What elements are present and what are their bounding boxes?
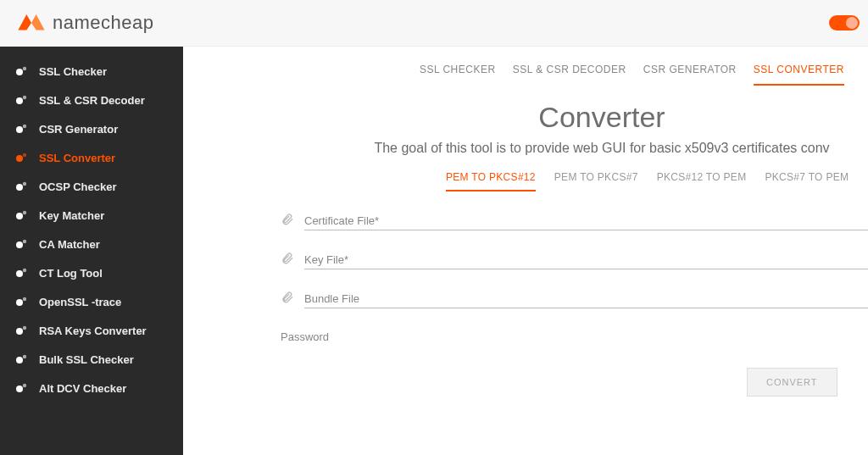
sidebar-item-label: CA Matcher [39, 238, 100, 251]
sidebar-nav: SSL Checker SSL & CSR Decoder CSR Genera… [0, 47, 183, 455]
nav-dot-icon [15, 122, 29, 136]
paperclip-icon[interactable] [281, 251, 294, 266]
nav-dot-icon [15, 180, 29, 193]
svg-point-23 [23, 384, 26, 387]
svg-point-15 [23, 269, 26, 272]
svg-point-6 [16, 155, 23, 162]
svg-point-14 [16, 270, 23, 277]
certificate-file-input[interactable]: Certificate File* [304, 214, 868, 230]
brand-name: namecheap [53, 12, 153, 34]
sidebar-item-label: Key Matcher [39, 209, 104, 222]
key-file-input[interactable]: Key File* [304, 253, 868, 269]
sidebar-item-ssl-converter[interactable]: SSL Converter [0, 143, 183, 172]
brand-logo[interactable]: namecheap [17, 12, 153, 34]
svg-point-11 [23, 211, 26, 214]
key-file-label: Key File* [304, 253, 868, 266]
svg-point-4 [16, 126, 23, 133]
paperclip-icon[interactable] [281, 212, 294, 227]
nav-dot-icon [15, 151, 29, 164]
svg-point-21 [23, 355, 26, 358]
theme-toggle[interactable] [829, 15, 860, 31]
sidebar-item-label: RSA Keys Converter [39, 325, 147, 337]
sidebar-item-label: SSL Converter [39, 152, 115, 164]
sidebar-item-alt-dcv-checker[interactable]: Alt DCV Checker [0, 374, 183, 402]
svg-point-9 [23, 182, 26, 186]
sidebar-item-label: SSL & CSR Decoder [39, 94, 145, 107]
topnav-ssl-converter[interactable]: SSL CONVERTER [754, 64, 844, 86]
nav-dot-icon [15, 352, 29, 366]
paperclip-icon[interactable] [281, 290, 294, 305]
nav-dot-icon [15, 237, 29, 251]
sidebar-item-ssl-csr-decoder[interactable]: SSL & CSR Decoder [0, 86, 183, 114]
sidebar-item-ca-matcher[interactable]: CA Matcher [0, 230, 183, 258]
topnav-csr-generator[interactable]: CSR GENERATOR [643, 64, 737, 86]
svg-point-16 [16, 299, 23, 306]
tab-pem-to-pkcs12[interactable]: PEM TO PKCS#12 [446, 171, 536, 191]
tab-pem-to-pkcs7[interactable]: PEM TO PKCS#7 [554, 171, 638, 191]
sidebar-item-label: Bulk SSL Checker [39, 353, 134, 366]
nav-dot-icon [15, 64, 29, 78]
sidebar-item-key-matcher[interactable]: Key Matcher [0, 201, 183, 230]
top-nav: SSL CHECKER SSL & CSR DECODER CSR GENERA… [183, 64, 868, 86]
bundle-file-label: Bundle File [304, 292, 868, 305]
certificate-file-row: Certificate File* [281, 212, 868, 230]
svg-point-2 [16, 97, 23, 104]
nav-dot-icon [15, 381, 29, 395]
svg-point-22 [16, 386, 23, 392]
svg-point-18 [16, 328, 23, 335]
nav-dot-icon [15, 295, 29, 308]
namecheap-logo-icon [17, 12, 46, 34]
page-subtitle: The goal of this tool is to provide web … [336, 141, 868, 156]
converter-form: Certificate File* Key File* Bundle File [183, 212, 868, 397]
sidebar-item-label: CT Log Tool [39, 267, 103, 280]
password-label[interactable]: Password [281, 330, 329, 343]
sidebar-item-ocsp-checker[interactable]: OCSP Checker [0, 172, 183, 201]
svg-point-13 [23, 240, 26, 243]
svg-point-17 [23, 297, 26, 301]
page-title: Converter [336, 101, 868, 134]
svg-point-5 [23, 125, 26, 128]
sidebar-item-ssl-checker[interactable]: SSL Checker [0, 57, 183, 86]
svg-point-20 [16, 357, 23, 363]
sidebar-item-label: OpenSSL -trace [39, 296, 121, 308]
sidebar-item-label: OCSP Checker [39, 180, 117, 193]
sidebar-item-openssl-trace[interactable]: OpenSSL -trace [0, 287, 183, 316]
svg-point-12 [16, 241, 23, 248]
topnav-ssl-csr-decoder[interactable]: SSL & CSR DECODER [513, 64, 626, 86]
nav-dot-icon [15, 93, 29, 107]
svg-point-3 [23, 96, 26, 99]
svg-point-8 [16, 184, 23, 191]
sidebar-item-bulk-ssl-checker[interactable]: Bulk SSL Checker [0, 345, 183, 374]
svg-point-1 [23, 67, 26, 70]
svg-point-10 [16, 213, 23, 219]
sidebar-item-label: SSL Checker [39, 65, 107, 78]
svg-point-0 [16, 69, 23, 75]
bundle-file-input[interactable]: Bundle File [304, 292, 868, 308]
sidebar-item-ct-log-tool[interactable]: CT Log Tool [0, 258, 183, 287]
sidebar-item-rsa-keys-converter[interactable]: RSA Keys Converter [0, 316, 183, 345]
convert-button[interactable]: CONVERT [747, 368, 837, 397]
nav-dot-icon [15, 324, 29, 337]
main-content: SSL CHECKER SSL & CSR DECODER CSR GENERA… [183, 47, 868, 455]
topnav-ssl-checker[interactable]: SSL CHECKER [420, 64, 496, 86]
svg-point-19 [23, 326, 26, 330]
certificate-file-label: Certificate File* [304, 214, 868, 227]
nav-dot-icon [15, 208, 29, 222]
svg-point-7 [23, 153, 26, 157]
sidebar-item-label: Alt DCV Checker [39, 382, 126, 395]
password-row: Password [281, 329, 868, 344]
sidebar-item-label: CSR Generator [39, 123, 118, 136]
tab-pkcs7-to-pem[interactable]: PKCS#7 TO PEM [765, 171, 849, 191]
sidebar-item-csr-generator[interactable]: CSR Generator [0, 114, 183, 143]
tab-pkcs12-to-pem[interactable]: PKCS#12 TO PEM [657, 171, 747, 191]
app-header: namecheap [0, 0, 868, 47]
conversion-tabs: PEM TO PKCS#12 PEM TO PKCS#7 PKCS#12 TO … [183, 171, 868, 191]
nav-dot-icon [15, 266, 29, 280]
bundle-file-row: Bundle File [281, 290, 868, 308]
key-file-row: Key File* [281, 251, 868, 269]
